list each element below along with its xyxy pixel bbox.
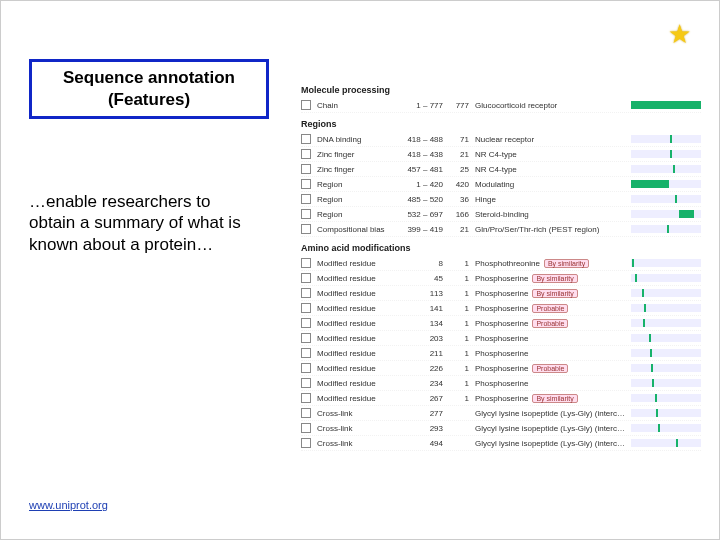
feature-row: Modified residue1131PhosphoserineBy simi… xyxy=(301,286,701,301)
evidence-tag: Probable xyxy=(532,304,568,313)
feature-row: Modified residue2031Phosphoserine xyxy=(301,331,701,346)
feature-track xyxy=(631,349,701,357)
feature-track xyxy=(631,274,701,282)
evidence-tag: By similarity xyxy=(544,259,589,268)
feature-row: Region1 – 420420Modulating xyxy=(301,177,701,192)
feature-description: NR C4-type xyxy=(475,150,627,159)
feature-track xyxy=(631,101,701,109)
feature-type: Modified residue xyxy=(317,334,399,343)
feature-track xyxy=(631,424,701,432)
row-checkbox[interactable] xyxy=(301,224,311,234)
feature-type: Modified residue xyxy=(317,319,399,328)
feature-position: 457 – 481 xyxy=(399,165,449,174)
feature-position: 267 xyxy=(399,394,449,403)
evidence-tag: Probable xyxy=(532,319,568,328)
row-checkbox[interactable] xyxy=(301,318,311,328)
feature-description: PhosphothreonineBy similarity xyxy=(475,259,627,268)
feature-position: 211 xyxy=(399,349,449,358)
feature-type: Modified residue xyxy=(317,259,399,268)
row-checkbox[interactable] xyxy=(301,393,311,403)
row-checkbox[interactable] xyxy=(301,134,311,144)
feature-description: PhosphoserineProbable xyxy=(475,304,627,313)
feature-row: Cross-link293Glycyl lysine isopeptide (L… xyxy=(301,421,701,436)
feature-track xyxy=(631,364,701,372)
feature-type: Region xyxy=(317,180,399,189)
evidence-tag: By similarity xyxy=(532,394,577,403)
feature-position: 141 xyxy=(399,304,449,313)
row-checkbox[interactable] xyxy=(301,363,311,373)
row-checkbox[interactable] xyxy=(301,348,311,358)
feature-position: 226 xyxy=(399,364,449,373)
row-checkbox[interactable] xyxy=(301,149,311,159)
feature-type: Zinc finger xyxy=(317,150,399,159)
evidence-tag: By similarity xyxy=(532,289,577,298)
feature-position: 399 – 419 xyxy=(399,225,449,234)
feature-length: 1 xyxy=(449,334,475,343)
row-checkbox[interactable] xyxy=(301,194,311,204)
row-checkbox[interactable] xyxy=(301,438,311,448)
uniprot-link[interactable]: www.uniprot.org xyxy=(29,499,108,511)
feature-length: 1 xyxy=(449,289,475,298)
feature-type: Modified residue xyxy=(317,364,399,373)
title-line1: Sequence annotation xyxy=(36,68,262,88)
heading-regions: Regions xyxy=(301,119,701,129)
feature-track xyxy=(631,150,701,158)
feature-row: Zinc finger418 – 43821NR C4-type xyxy=(301,147,701,162)
row-checkbox[interactable] xyxy=(301,303,311,313)
feature-description: Hinge xyxy=(475,195,627,204)
feature-track xyxy=(631,304,701,312)
row-checkbox[interactable] xyxy=(301,164,311,174)
feature-track xyxy=(631,379,701,387)
feature-position: 418 – 438 xyxy=(399,150,449,159)
feature-track xyxy=(631,439,701,447)
feature-track xyxy=(631,334,701,342)
feature-length: 1 xyxy=(449,259,475,268)
feature-description: Steroid-binding xyxy=(475,210,627,219)
evidence-tag: Probable xyxy=(532,364,568,373)
feature-description: Glucocorticoid receptor xyxy=(475,101,627,110)
feature-position: 134 xyxy=(399,319,449,328)
feature-row: Modified residue1411PhosphoserineProbabl… xyxy=(301,301,701,316)
feature-length: 1 xyxy=(449,379,475,388)
feature-row: Zinc finger457 – 48125NR C4-type xyxy=(301,162,701,177)
title-line2: (Features) xyxy=(36,90,262,110)
feature-type: Cross-link xyxy=(317,409,399,418)
rows-regions: DNA binding418 – 48871Nuclear receptorZi… xyxy=(301,132,701,237)
feature-description: Gln/Pro/Ser/Thr-rich (PEST region) xyxy=(475,225,627,234)
row-checkbox[interactable] xyxy=(301,100,311,110)
feature-type: Compositional bias xyxy=(317,225,399,234)
row-checkbox[interactable] xyxy=(301,423,311,433)
feature-track xyxy=(631,195,701,203)
feature-position: 293 xyxy=(399,424,449,433)
feature-length: 21 xyxy=(449,225,475,234)
row-checkbox[interactable] xyxy=(301,179,311,189)
feature-length: 25 xyxy=(449,165,475,174)
row-checkbox[interactable] xyxy=(301,378,311,388)
feature-length: 1 xyxy=(449,304,475,313)
feature-row: Cross-link494Glycyl lysine isopeptide (L… xyxy=(301,436,701,451)
row-checkbox[interactable] xyxy=(301,258,311,268)
feature-position: 234 xyxy=(399,379,449,388)
feature-length: 71 xyxy=(449,135,475,144)
feature-track xyxy=(631,319,701,327)
feature-track xyxy=(631,135,701,143)
feature-row: Region485 – 52036Hinge xyxy=(301,192,701,207)
feature-length: 36 xyxy=(449,195,475,204)
feature-description: Glycyl lysine isopeptide (Lys-Gly) (inte… xyxy=(475,409,627,418)
feature-description: PhosphoserineProbable xyxy=(475,319,627,328)
row-checkbox[interactable] xyxy=(301,273,311,283)
feature-description: PhosphoserineProbable xyxy=(475,364,627,373)
feature-row: DNA binding418 – 48871Nuclear receptor xyxy=(301,132,701,147)
heading-molecule-processing: Molecule processing xyxy=(301,85,701,95)
feature-length: 1 xyxy=(449,364,475,373)
feature-position: 1 – 420 xyxy=(399,180,449,189)
row-checkbox[interactable] xyxy=(301,288,311,298)
row-checkbox[interactable] xyxy=(301,408,311,418)
feature-position: 113 xyxy=(399,289,449,298)
row-checkbox[interactable] xyxy=(301,209,311,219)
row-checkbox[interactable] xyxy=(301,333,311,343)
evidence-tag: By similarity xyxy=(532,274,577,283)
feature-length: 1 xyxy=(449,349,475,358)
feature-row: Modified residue2671PhosphoserineBy simi… xyxy=(301,391,701,406)
feature-description: Glycyl lysine isopeptide (Lys-Gly) (inte… xyxy=(475,439,627,448)
